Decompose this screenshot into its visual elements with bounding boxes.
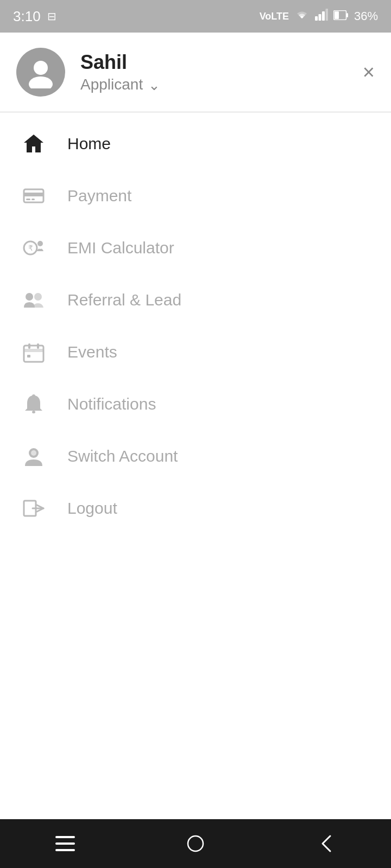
svg-rect-6 <box>346 13 348 17</box>
svg-text:₹: ₹ <box>28 244 33 252</box>
wifi-icon <box>294 9 310 24</box>
svg-rect-12 <box>31 199 35 200</box>
svg-point-8 <box>29 76 53 88</box>
user-role-row[interactable]: Applicant ⌄ <box>80 76 160 94</box>
shield-icon: ⊟ <box>47 10 56 23</box>
svg-rect-21 <box>37 343 39 349</box>
bottom-bar <box>0 819 391 868</box>
notifications-icon <box>20 392 48 416</box>
svg-rect-22 <box>27 355 30 358</box>
sidebar-item-switch-account[interactable]: Switch Account <box>0 430 391 482</box>
referral-lead-icon <box>20 288 48 312</box>
svg-rect-3 <box>325 9 328 21</box>
sidebar-item-events[interactable]: Events <box>0 326 391 378</box>
volte-icon: VoLTE <box>260 11 289 22</box>
chevron-down-icon[interactable]: ⌄ <box>148 77 160 94</box>
close-button[interactable]: × <box>363 62 375 82</box>
sidebar-item-payment-label: Payment <box>67 187 131 205</box>
battery-percent: 36% <box>354 9 378 23</box>
svg-rect-18 <box>24 346 43 362</box>
sidebar-item-referral-lead[interactable]: Referral & Lead <box>0 274 391 326</box>
sidebar-item-logout-label: Logout <box>67 499 117 518</box>
svg-point-32 <box>188 836 203 851</box>
nav-menu: Home Payment ₹ EMI Calculator <box>0 112 391 540</box>
status-time: 3:10 <box>13 8 41 25</box>
sidebar-item-notifications-label: Notifications <box>67 395 156 413</box>
svg-point-17 <box>34 293 42 301</box>
svg-point-15 <box>37 241 43 246</box>
sidebar-item-logout[interactable]: Logout <box>0 482 391 534</box>
svg-rect-31 <box>55 849 75 851</box>
svg-rect-23 <box>32 411 35 413</box>
bottom-back-button[interactable] <box>310 827 342 860</box>
sidebar-item-home[interactable]: Home <box>0 118 391 170</box>
user-info: Sahil Applicant ⌄ <box>80 51 160 94</box>
sidebar-item-switch-account-label: Switch Account <box>67 447 178 465</box>
sidebar-item-notifications[interactable]: Notifications <box>0 378 391 430</box>
sidebar-item-emi-calculator[interactable]: ₹ EMI Calculator <box>0 222 391 274</box>
user-header: Sahil Applicant ⌄ × <box>0 33 391 112</box>
svg-rect-19 <box>24 349 43 352</box>
payment-icon <box>20 184 48 208</box>
svg-rect-20 <box>28 343 30 349</box>
sidebar-item-home-label: Home <box>67 135 111 153</box>
svg-point-24 <box>32 394 35 398</box>
svg-rect-0 <box>315 16 318 21</box>
avatar <box>16 48 65 97</box>
home-icon <box>20 132 48 156</box>
svg-rect-5 <box>335 11 339 19</box>
svg-rect-2 <box>322 11 325 21</box>
status-bar: 3:10 ⊟ VoLTE 36% <box>0 0 391 33</box>
signal-icon <box>315 9 328 24</box>
sidebar-item-emi-label: EMI Calculator <box>67 239 174 257</box>
svg-rect-1 <box>318 14 321 21</box>
status-bar-left: 3:10 ⊟ <box>13 8 56 25</box>
emi-calculator-icon: ₹ <box>20 236 48 260</box>
events-icon <box>20 340 48 364</box>
svg-rect-29 <box>55 836 75 838</box>
svg-rect-30 <box>55 843 75 845</box>
user-role: Applicant <box>80 76 143 93</box>
logout-icon <box>20 496 48 520</box>
bottom-home-button[interactable] <box>179 827 212 860</box>
sidebar-item-events-label: Events <box>67 343 117 361</box>
sidebar-item-payment[interactable]: Payment <box>0 170 391 222</box>
svg-rect-10 <box>24 193 43 196</box>
battery-icon <box>333 9 349 23</box>
sidebar-item-referral-label: Referral & Lead <box>67 291 181 309</box>
status-bar-right: VoLTE 36% <box>260 9 378 24</box>
switch-account-icon <box>20 444 48 468</box>
bottom-menu-button[interactable] <box>49 827 81 860</box>
user-name: Sahil <box>80 51 160 74</box>
svg-point-16 <box>26 293 33 301</box>
svg-point-7 <box>34 61 48 75</box>
svg-point-26 <box>31 450 36 456</box>
svg-rect-11 <box>26 199 30 200</box>
